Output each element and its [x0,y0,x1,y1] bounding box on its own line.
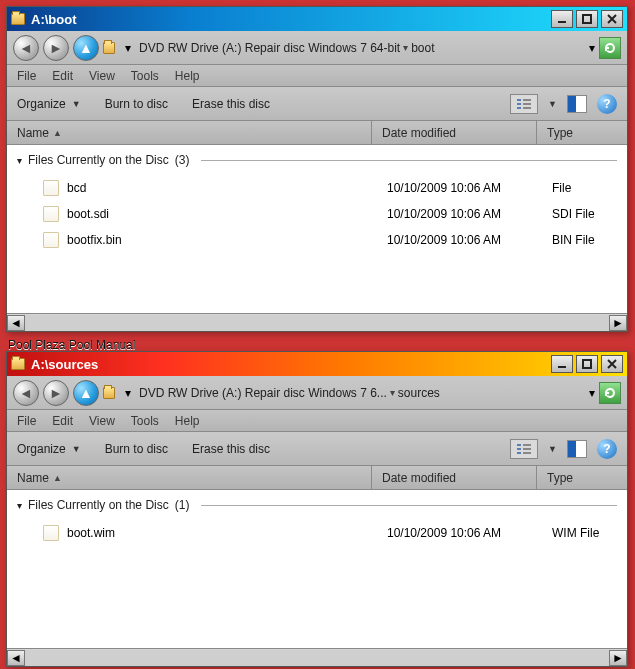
help-button[interactable]: ? [597,94,617,114]
maximize-button[interactable] [576,10,598,28]
h-scrollbar[interactable]: ◄ ► [7,648,627,666]
refresh-button[interactable] [599,382,621,404]
svg-rect-11 [517,448,521,450]
sort-asc-icon: ▲ [53,128,62,138]
svg-rect-4 [517,107,521,109]
svg-rect-1 [583,15,591,23]
up-button[interactable]: ▲ [73,380,99,406]
nav-row: ◄ ► ▲ ▾ DVD RW Drive (A:) Repair disc Wi… [7,31,627,65]
chevron-down-icon[interactable]: ▼ [548,444,557,454]
toolbar: Organize▼ Burn to disc Erase this disc ▼… [7,87,627,121]
file-type: SDI File [552,207,617,221]
scroll-left-button[interactable]: ◄ [7,315,25,331]
erase-button[interactable]: Erase this disc [192,97,270,111]
collapse-icon[interactable]: ▾ [17,155,22,166]
menu-edit[interactable]: Edit [52,414,73,428]
view-button[interactable] [510,439,538,459]
preview-pane-button[interactable] [567,95,587,113]
titlebar[interactable]: A:\sources [7,352,627,376]
scroll-right-button[interactable]: ► [609,650,627,666]
chevron-icon: ▾ [125,386,131,400]
back-button[interactable]: ◄ [13,380,39,406]
file-row[interactable]: boot.sdi 10/10/2009 10:06 AM SDI File [17,201,617,227]
chevron-icon[interactable]: ▾ [589,386,595,400]
toolbar: Organize▼ Burn to disc Erase this disc ▼… [7,432,627,466]
svg-rect-8 [558,366,566,368]
scroll-right-button[interactable]: ► [609,315,627,331]
chevron-icon: ▾ [403,42,408,53]
menu-help[interactable]: Help [175,414,200,428]
folder-dropdown-icon[interactable] [103,39,121,57]
chevron-icon: ▾ [390,387,395,398]
menu-tools[interactable]: Tools [131,414,159,428]
menu-file[interactable]: File [17,414,36,428]
burn-button[interactable]: Burn to disc [105,97,168,111]
svg-rect-12 [517,452,521,454]
scroll-left-button[interactable]: ◄ [7,650,25,666]
col-name[interactable]: Name▲ [7,121,372,144]
file-type: File [552,181,617,195]
help-button[interactable]: ? [597,439,617,459]
chevron-down-icon[interactable]: ▼ [548,99,557,109]
menu-file[interactable]: File [17,69,36,83]
explorer-window-boot: A:\boot ◄ ► ▲ ▾ DVD RW Drive (A:) Repair… [6,6,628,332]
col-type[interactable]: Type [537,466,627,489]
file-name: bcd [67,181,387,195]
file-list: ▾ Files Currently on the Disc (1) boot.w… [7,490,627,648]
refresh-button[interactable] [599,37,621,59]
close-button[interactable] [601,355,623,373]
file-row[interactable]: bcd 10/10/2009 10:06 AM File [17,175,617,201]
svg-rect-13 [523,444,531,446]
maximize-button[interactable] [576,355,598,373]
menu-view[interactable]: View [89,414,115,428]
svg-rect-3 [517,103,521,105]
up-button[interactable]: ▲ [73,35,99,61]
file-date: 10/10/2009 10:06 AM [387,233,552,247]
file-icon [43,232,59,248]
breadcrumb-drive: DVD RW Drive (A:) Repair disc Windows 7 … [139,386,387,400]
collapse-icon[interactable]: ▾ [17,500,22,511]
svg-rect-0 [558,21,566,23]
col-type[interactable]: Type [537,121,627,144]
folder-dropdown-icon[interactable] [103,384,121,402]
breadcrumb-folder: sources [398,386,440,400]
menu-help[interactable]: Help [175,69,200,83]
close-button[interactable] [601,10,623,28]
chevron-down-icon: ▼ [72,444,81,454]
col-name[interactable]: Name▲ [7,466,372,489]
breadcrumb-folder: boot [411,41,434,55]
forward-button[interactable]: ► [43,380,69,406]
file-row[interactable]: boot.wim 10/10/2009 10:06 AM WIM File [17,520,617,546]
minimize-button[interactable] [551,355,573,373]
group-header[interactable]: ▾ Files Currently on the Disc (3) [17,153,617,167]
organize-button[interactable]: Organize▼ [17,97,81,111]
minimize-button[interactable] [551,10,573,28]
menu-view[interactable]: View [89,69,115,83]
window-title: A:\boot [31,12,76,27]
titlebar[interactable]: A:\boot [7,7,627,31]
back-button[interactable]: ◄ [13,35,39,61]
erase-button[interactable]: Erase this disc [192,442,270,456]
menu-edit[interactable]: Edit [52,69,73,83]
file-name: bootfix.bin [67,233,387,247]
breadcrumb-drive: DVD RW Drive (A:) Repair disc Windows 7 … [139,41,400,55]
address-bar[interactable]: DVD RW Drive (A:) Repair disc Windows 7 … [135,386,585,400]
view-button[interactable] [510,94,538,114]
file-date: 10/10/2009 10:06 AM [387,207,552,221]
menu-tools[interactable]: Tools [131,69,159,83]
forward-button[interactable]: ► [43,35,69,61]
address-bar[interactable]: DVD RW Drive (A:) Repair disc Windows 7 … [135,41,585,55]
col-date[interactable]: Date modified [372,121,537,144]
file-row[interactable]: bootfix.bin 10/10/2009 10:06 AM BIN File [17,227,617,253]
preview-pane-button[interactable] [567,440,587,458]
chevron-icon[interactable]: ▾ [589,41,595,55]
file-date: 10/10/2009 10:06 AM [387,181,552,195]
file-name: boot.wim [67,526,387,540]
col-date[interactable]: Date modified [372,466,537,489]
h-scrollbar[interactable]: ◄ ► [7,313,627,331]
group-header[interactable]: ▾ Files Currently on the Disc (1) [17,498,617,512]
organize-button[interactable]: Organize▼ [17,442,81,456]
folder-icon [11,358,25,370]
burn-button[interactable]: Burn to disc [105,442,168,456]
column-headers: Name▲ Date modified Type [7,121,627,145]
